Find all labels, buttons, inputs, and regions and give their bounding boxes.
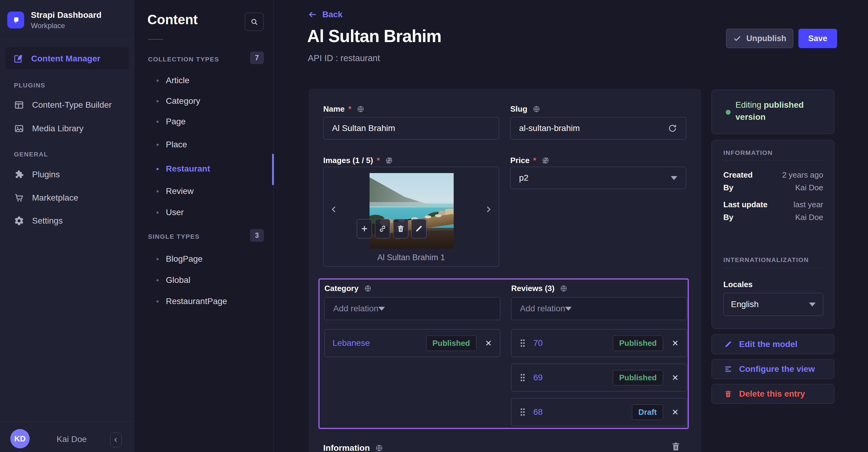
sidebar-item-settings[interactable]: Settings [14,216,63,226]
regenerate-icon[interactable] [668,123,677,133]
pencil-icon [415,225,423,233]
delete-component-button[interactable] [671,442,681,452]
sidebar-item-content-manager[interactable]: Content Manager [6,47,129,70]
copy-link-button[interactable] [375,219,390,238]
divider [723,161,823,161]
drag-handle-icon[interactable] [519,338,526,348]
locale-select[interactable]: English [723,293,823,316]
unpublish-button[interactable]: Unpublish [726,29,793,48]
remove-relation-icon[interactable] [671,408,679,416]
section-plugins: PLUGINS [14,82,45,89]
i18n-heading: INTERNATIONALIZATION [723,256,809,263]
info-row-created: Created2 years ago [723,170,823,180]
status-text: Editing published version [736,99,824,123]
edit-model-button[interactable]: Edit the model [712,334,834,354]
chevron-down-icon [378,307,385,311]
chevron-down-icon [671,176,677,180]
image-carousel: Al Sultan Brahim 1 [323,167,499,266]
collapse-sidebar-button[interactable] [110,433,122,447]
bullet-icon [156,279,159,281]
carousel-next-icon[interactable] [484,204,493,214]
status-badge: Published [426,335,476,351]
category-relation-item: Lebanese Published [324,329,500,357]
delete-image-button[interactable] [393,219,408,238]
carousel-prev-icon[interactable] [329,204,339,214]
strapi-logo-icon [7,11,24,28]
category-add-relation-select[interactable]: Add relation [324,297,500,320]
drag-handle-icon[interactable] [519,408,526,417]
reviews-add-relation-select[interactable]: Add relation [511,297,687,320]
globe-struck-icon [542,157,549,164]
relation-link[interactable]: 68 [533,407,542,417]
bullet-icon [156,258,159,260]
sidebar-item-media-library[interactable]: Media Library [14,123,84,134]
bullet-icon [156,190,159,192]
subnav-item-article[interactable]: Article [156,76,189,85]
subnav-item-review[interactable]: Review [156,186,194,196]
status-badge: Published [613,335,663,351]
sidebar-item-marketplace[interactable]: Marketplace [14,193,79,203]
review-relation-item: 69 Published [511,364,687,391]
info-row-updated-by: ByKai Doe [723,213,823,222]
remove-relation-icon[interactable] [671,373,679,382]
save-button[interactable]: Save [798,29,837,48]
primary-sidebar: Strapi Dashboard Workplace Content Manag… [0,0,134,452]
status-badge: Published [613,370,663,385]
drag-handle-icon[interactable] [519,373,526,382]
reviews-label: Reviews (3) [511,284,567,293]
information-heading: INFORMATION [723,149,773,156]
trash-icon [724,390,733,398]
slug-input[interactable]: al-sultan-brahim [510,117,686,139]
edit-image-button[interactable] [411,219,427,238]
relation-link[interactable]: Lebanese [333,338,370,348]
image-caption: Al Sultan Brahim 1 [323,253,499,262]
single-types-count: 3 [250,229,264,242]
brand[interactable]: Strapi Dashboard Workplace [7,10,101,30]
subnav-item-page[interactable]: Page [156,117,186,126]
bullet-icon [156,212,159,214]
name-input[interactable]: Al Sultan Brahim [323,117,499,139]
slug-label: Slug [510,104,540,114]
subnav-item-restaurant[interactable]: Restaurant [156,164,210,174]
required-asterisk: * [533,156,536,165]
subnav-item-place[interactable]: Place [156,140,187,150]
trash-icon [671,442,681,452]
configure-view-button[interactable]: Configure the view [712,359,834,379]
add-image-button[interactable] [357,219,372,238]
review-relation-item: 70 Published [511,329,687,357]
feather-icon [13,54,23,64]
price-select[interactable]: p2 [510,167,686,189]
brand-title: Strapi Dashboard [31,10,101,20]
sidebar-item-content-type-builder[interactable]: Content-Type Builder [14,100,112,110]
subnav-item-category[interactable]: Category [156,96,200,106]
subnav-item-restaurantpage[interactable]: RestaurantPage [156,296,227,306]
remove-relation-icon[interactable] [484,339,493,347]
search-button[interactable] [245,13,264,31]
info-row-created-by: ByKai Doe [723,183,823,192]
back-link[interactable]: Back [308,10,343,19]
sidebar-item-plugins[interactable]: Plugins [14,169,60,180]
globe-struck-icon [385,157,393,164]
relation-link[interactable]: 69 [533,373,542,382]
globe-icon [364,285,372,292]
bullet-icon [156,79,159,82]
subnav-item-user[interactable]: User [156,207,184,217]
info-row-last-update: Last updatelast year [723,200,823,209]
subnav-scrollbar[interactable] [272,154,274,185]
delete-entry-button[interactable]: Delete this entry [712,384,834,404]
subnav-item-blogpage[interactable]: BlogPage [156,254,203,264]
remove-relation-icon[interactable] [671,339,679,347]
entry-form-card: Name* Al Sultan Brahim Slug al-sultan-br… [309,89,701,452]
single-types-label: SINGLE TYPES [148,233,200,240]
back-arrow-icon [308,10,317,19]
subnav-item-global[interactable]: Global [156,275,190,285]
globe-icon [533,105,540,113]
subnav-title: Content [147,12,198,27]
list-icon [724,365,733,373]
check-icon [733,34,742,43]
avatar[interactable]: KD [10,429,30,448]
category-label: Category [324,284,372,293]
relation-link[interactable]: 70 [533,338,542,348]
sidebar-divider [0,40,134,40]
chevron-down-icon [565,307,572,311]
